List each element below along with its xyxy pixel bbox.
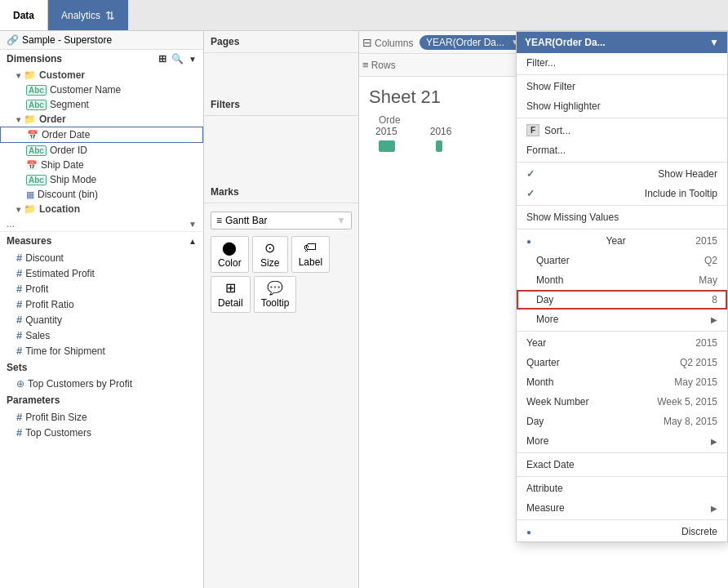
dropdown-item-show-missing[interactable]: Show Missing Values (517, 207, 727, 227)
marks-type-label-wrap: ≡ Gantt Bar (216, 215, 267, 226)
divider-6 (517, 331, 727, 332)
customer-group[interactable]: ▾ 📁 Customer (0, 68, 203, 82)
set-top-customers[interactable]: ⊕ Top Customers by Profit (0, 376, 203, 391)
divider-3 (517, 162, 727, 163)
data-source-row[interactable]: 🔗 Sample - Superstore (0, 31, 203, 50)
dropdown-item-day[interactable]: Day 8 (517, 290, 727, 310)
hash-icon: # (16, 267, 22, 279)
measures-expand-icon[interactable]: ▲ (189, 237, 197, 246)
dropdown-item-measure[interactable]: Measure ▶ (517, 498, 727, 518)
search-icon[interactable]: 🔍 (171, 53, 184, 65)
location-group[interactable]: ▾ 📁 Location (0, 202, 203, 216)
dropdown-item-day-2[interactable]: Day May 8, 2015 (517, 412, 727, 431)
color-button[interactable]: ⬤ Color (211, 236, 249, 273)
hash-icon: # (16, 411, 22, 423)
customer-group-label: Customer (39, 69, 85, 81)
dropdown-header-label: YEAR(Order Da... (525, 37, 606, 48)
dropdown-item-include-tooltip[interactable]: Include in Tooltip (517, 184, 727, 203)
rows-label-text: Rows (371, 60, 396, 71)
dropdown-item-show-header[interactable]: Show Header (517, 164, 727, 184)
parameters-header: Parameters (0, 391, 203, 409)
grid-icon[interactable]: ⊞ (158, 53, 166, 65)
year-2-value: 2015 (695, 337, 717, 349)
dropdown-item-quarter[interactable]: Quarter Q2 (517, 251, 727, 270)
meas-sales[interactable]: # Sales (0, 327, 203, 343)
expand-icon[interactable]: ▼ (189, 55, 197, 64)
dropdown-item-month[interactable]: Month May (517, 270, 727, 290)
meas-profit-ratio[interactable]: # Profit Ratio (0, 296, 203, 312)
dropdown-item-attribute[interactable]: Attribute (517, 479, 727, 498)
measure-chevron: ▶ (711, 504, 717, 513)
rows-equals-icon: ≡ (362, 59, 369, 71)
sort-label: Sort... (544, 125, 570, 136)
sets-label: Sets (7, 362, 27, 373)
location-expand-arrow: ▾ (16, 205, 20, 214)
divider-5 (517, 229, 727, 229)
divider-7 (517, 452, 727, 453)
datasource-name: Sample - Superstore (22, 34, 112, 46)
label-button[interactable]: 🏷 Label (291, 236, 330, 273)
meas-time-for-shipment[interactable]: # Time for Shipment (0, 343, 203, 359)
dim-ship-date[interactable]: 📅 Ship Date (0, 158, 203, 172)
month-option-value: May (699, 274, 717, 286)
dimensions-label: Dimensions (7, 53, 62, 65)
tooltip-label: Tooltip (261, 297, 290, 309)
tab-data[interactable]: Data (0, 0, 48, 30)
customer-expand-arrow: ▾ (16, 71, 20, 80)
day-2-value: May 8, 2015 (664, 416, 717, 427)
dropdown-item-quarter-2[interactable]: Quarter Q2 2015 (517, 353, 727, 372)
tab-analytics[interactable]: Analytics ⇅ (48, 0, 128, 30)
meas-discount[interactable]: # Discount (0, 250, 203, 265)
tooltip-button[interactable]: 💬 Tooltip (254, 276, 297, 313)
marks-type-dropdown[interactable]: ≡ Gantt Bar ▼ (211, 212, 352, 229)
dropdown-item-sort[interactable]: F Sort... (517, 120, 727, 140)
measures-label: Measures (7, 235, 51, 247)
dropdown-item-discrete[interactable]: Discrete (517, 522, 727, 541)
dropdown-item-format[interactable]: Format... (517, 140, 727, 160)
param-top-customers[interactable]: # Top Customers (0, 425, 203, 440)
dropdown-item-more-2[interactable]: More ▶ (517, 431, 727, 451)
dim-customer-name[interactable]: Abc Customer Name (0, 82, 203, 97)
dropdown-item-show-filter[interactable]: Show Filter (517, 77, 727, 96)
scroll-down-arrow[interactable]: ▼ (189, 220, 197, 229)
tooltip-icon: 💬 (267, 280, 283, 296)
dropdown-item-year-2[interactable]: Year 2015 (517, 333, 727, 353)
marks-buttons-row2: ⊞ Detail 💬 Tooltip (211, 276, 352, 313)
param-profit-bin-size[interactable]: # Profit Bin Size (0, 409, 203, 425)
location-folder-icon: 📁 (24, 203, 36, 215)
dim-segment[interactable]: Abc Segment (0, 97, 203, 112)
meas-profit-label: Profit (25, 283, 48, 295)
show-missing-label: Show Missing Values (526, 212, 619, 223)
location-group-label: Location (39, 203, 80, 215)
dropdown-item-year[interactable]: Year 2015 (517, 231, 727, 251)
dim-ship-mode[interactable]: Abc Ship Mode (0, 172, 203, 187)
dim-discount-bin[interactable]: ▦ Discount (bin) (0, 187, 203, 202)
discrete-label: Discrete (681, 526, 717, 537)
marks-dropdown-chevron: ▼ (336, 215, 346, 226)
dim-order-date[interactable]: 📅 Order Date (0, 127, 203, 143)
year-order-date-pill[interactable]: YEAR(Order Da... ▼ (419, 35, 526, 50)
meas-quantity[interactable]: # Quantity (0, 312, 203, 327)
dropdown-item-more-1[interactable]: More ▶ (517, 310, 727, 329)
meas-profit[interactable]: # Profit (0, 281, 203, 296)
dropdown-item-exact-date[interactable]: Exact Date (517, 455, 727, 474)
more-1-label: More (526, 314, 558, 325)
format-label: Format... (526, 145, 566, 156)
bin-icon: ▦ (26, 189, 34, 200)
dim-order-id[interactable]: Abc Order ID (0, 143, 203, 158)
dropdown-item-month-2[interactable]: Month May 2015 (517, 372, 727, 392)
dropdown-item-show-highlighter[interactable]: Show Highlighter (517, 96, 727, 116)
detail-button[interactable]: ⊞ Detail (211, 276, 251, 313)
dropdown-item-week-number[interactable]: Week Number Week 5, 2015 (517, 392, 727, 412)
dropdown-item-filter[interactable]: Filter... (517, 53, 727, 73)
size-button[interactable]: ⊙ Size (252, 236, 288, 273)
order-group[interactable]: ▾ 📁 Order (0, 112, 203, 127)
include-tooltip-label: Include in Tooltip (645, 188, 717, 199)
abc-icon: Abc (26, 145, 47, 156)
columns-label-text: Columns (375, 38, 413, 49)
hash-icon: # (16, 314, 22, 326)
meas-estimated-profit[interactable]: # Estimated Profit (0, 265, 203, 281)
order-label: Orde (379, 114, 401, 126)
param-top-customers-label: Top Customers (25, 427, 91, 439)
hash-icon: # (16, 252, 22, 264)
